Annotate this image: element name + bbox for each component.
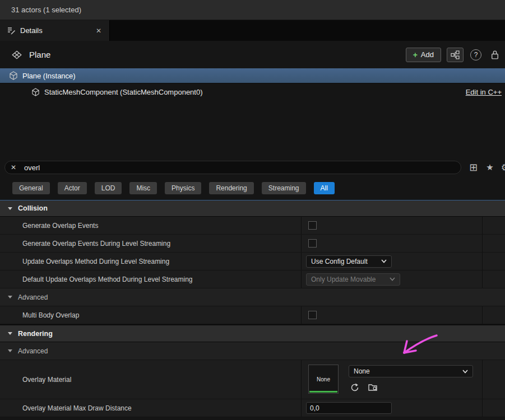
default-update-overlaps-dropdown: Only Update Movable — [306, 273, 400, 286]
filter-lod[interactable]: LOD — [95, 182, 122, 194]
search-bar: ✕ ⊞ ★ ⚙ — [0, 158, 505, 176]
page-title: Plane — [29, 50, 406, 59]
chevron-down-icon — [8, 332, 12, 335]
max-draw-distance-input[interactable] — [306, 402, 392, 414]
search-input[interactable] — [24, 164, 455, 172]
section-header-collision[interactable]: Collision — [0, 200, 505, 217]
reset-column — [482, 360, 505, 399]
search-input-container[interactable]: ✕ — [4, 161, 461, 174]
dropdown-value: Only Update Movable — [311, 276, 376, 283]
overlay-material-dropdown[interactable]: None — [349, 365, 473, 377]
chevron-down-icon — [8, 207, 12, 210]
property-label: Overlay Material — [0, 360, 301, 399]
add-component-button[interactable]: + Add — [406, 48, 441, 62]
property-label: Default Update Overlaps Method During Le… — [0, 270, 301, 288]
close-icon[interactable]: ✕ — [94, 26, 104, 36]
reset-column — [482, 399, 505, 417]
cube-icon — [9, 71, 18, 80]
generate-overlap-streaming-checkbox[interactable] — [308, 239, 317, 248]
property-label: Generate Overlap Events — [0, 217, 301, 234]
reset-column — [482, 306, 505, 324]
property-label: Overlay Material Max Draw Distance — [0, 399, 301, 417]
filter-general[interactable]: General — [12, 182, 50, 194]
filter-actor[interactable]: Actor — [58, 182, 87, 194]
tree-empty-area — [0, 101, 505, 158]
section-header-rendering[interactable]: Rendering — [0, 325, 505, 342]
component-label: StaticMeshComponent (StaticMeshComponent… — [44, 88, 466, 96]
property-row-overlay-material-max-draw-distance: Overlay Material Max Draw Distance — [0, 399, 505, 417]
section-title: Rendering — [18, 330, 53, 338]
settings-gear-icon[interactable]: ⚙ — [501, 162, 505, 174]
details-header: Plane + Add ? — [0, 41, 505, 68]
chevron-down-icon — [8, 349, 12, 352]
property-row-generate-overlap-events-streaming: Generate Overlap Events During Level Str… — [0, 235, 505, 253]
help-label: ? — [474, 51, 478, 59]
tab-details[interactable]: Details ✕ — [0, 20, 110, 41]
property-matrix-button[interactable] — [447, 48, 464, 62]
tree-row-plane-instance[interactable]: Plane (Instance) — [0, 68, 505, 83]
status-bar: 31 actors (1 selected) — [0, 0, 505, 20]
plus-icon: + — [413, 50, 418, 59]
unreal-details-panel: 31 actors (1 selected) Details ✕ Plane +… — [0, 0, 505, 420]
thumbnail-text: None — [317, 376, 330, 382]
property-matrix-icon — [451, 50, 460, 59]
filter-misc[interactable]: Misc — [129, 182, 157, 194]
tree-row-staticmesh-component[interactable]: StaticMeshComponent (StaticMeshComponent… — [0, 83, 505, 101]
actors-selected-text: 31 actors (1 selected) — [11, 6, 81, 14]
property-matrix-toggle-icon[interactable]: ⊞ — [469, 161, 478, 174]
instance-label: Plane (Instance) — [22, 72, 76, 80]
advanced-label: Advanced — [18, 347, 48, 355]
tab-label: Details — [20, 26, 94, 35]
lock-icon[interactable] — [490, 50, 499, 60]
dropdown-value: Use Config Default — [311, 258, 368, 265]
reset-column — [482, 270, 505, 288]
filter-streaming[interactable]: Streaming — [262, 182, 306, 194]
multi-body-overlap-checkbox[interactable] — [308, 311, 317, 319]
browse-to-asset-icon[interactable] — [368, 383, 378, 392]
property-row-multi-body-overlap: Multi Body Overlap — [0, 306, 505, 324]
reset-column — [482, 235, 505, 252]
favorites-star-icon[interactable]: ★ — [486, 162, 493, 172]
reset-column — [482, 253, 505, 270]
property-row-default-update-overlaps-method: Default Update Overlaps Method During Le… — [0, 270, 505, 288]
property-label: Generate Overlap Events During Level Str… — [0, 235, 301, 252]
collision-advanced-subheader[interactable]: Advanced — [0, 288, 505, 306]
filter-all[interactable]: All — [314, 182, 335, 194]
help-button[interactable]: ? — [470, 49, 481, 60]
property-label: Update Overlaps Method During Level Stre… — [0, 253, 301, 270]
dropdown-value: None — [354, 367, 370, 375]
generate-overlap-events-checkbox[interactable] — [308, 221, 317, 230]
clear-search-icon[interactable]: ✕ — [11, 164, 16, 171]
overlay-material-thumbnail[interactable]: None — [308, 365, 339, 394]
chevron-down-icon — [390, 277, 395, 281]
filter-rendering[interactable]: Rendering — [209, 182, 253, 194]
filter-physics[interactable]: Physics — [165, 182, 201, 194]
property-row-generate-overlap-events: Generate Overlap Events — [0, 217, 505, 235]
add-button-label: Add — [421, 50, 434, 59]
details-tab-icon — [7, 26, 16, 35]
rendering-advanced-subheader[interactable]: Advanced — [0, 342, 505, 360]
edit-in-cpp-link[interactable]: Edit in C++ — [466, 88, 502, 96]
overlay-material-actions — [350, 382, 378, 393]
cube-icon — [31, 88, 40, 96]
use-selected-asset-icon[interactable] — [350, 382, 360, 393]
chevron-down-icon — [462, 370, 468, 374]
reset-column — [482, 217, 505, 234]
chevron-down-icon — [381, 259, 387, 263]
update-overlaps-method-dropdown[interactable]: Use Config Default — [306, 255, 392, 268]
chevron-down-icon — [8, 296, 12, 298]
category-filter-bar: General Actor LOD Misc Physics Rendering… — [0, 176, 505, 200]
property-row-update-overlaps-method: Update Overlaps Method During Level Stre… — [0, 253, 505, 270]
tab-bar: Details ✕ — [0, 20, 505, 41]
property-label: Multi Body Overlap — [0, 306, 301, 324]
advanced-label: Advanced — [18, 293, 48, 301]
section-title: Collision — [18, 204, 48, 212]
search-toolbar: ⊞ ★ ⚙ — [461, 161, 505, 174]
property-row-overlay-material: Overlay Material None None — [0, 360, 505, 399]
plane-icon — [11, 49, 22, 60]
